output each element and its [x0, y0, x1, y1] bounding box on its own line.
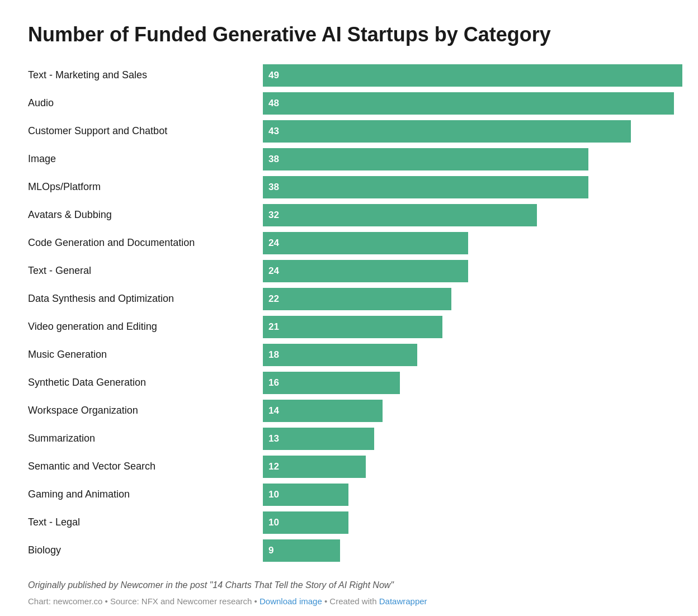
footnote-regular: Chart: newcomer.co • Source: NFX and New… — [28, 595, 670, 608]
datawrapper-link[interactable]: Datawrapper — [379, 596, 427, 606]
bar-label: Video generation and Editing — [28, 320, 263, 333]
bar-value: 22 — [268, 293, 279, 305]
chart-title: Number of Funded Generative AI Startups … — [28, 22, 670, 46]
bar: 18 — [263, 344, 417, 366]
bar: 10 — [263, 511, 348, 534]
bar-value: 10 — [268, 517, 279, 528]
bar-row: Semantic and Vector Search12 — [28, 454, 670, 479]
bar-label: Avatars & Dubbing — [28, 209, 263, 221]
bar: 9 — [263, 539, 340, 562]
bar-label: Text - Marketing and Sales — [28, 69, 263, 82]
bar: 24 — [263, 260, 468, 282]
bar: 13 — [263, 428, 374, 450]
footnote-suffix: • Created with — [322, 596, 379, 606]
bar-row: Synthetic Data Generation16 — [28, 371, 670, 395]
bar: 12 — [263, 456, 366, 478]
bar-label: MLOps/Platform — [28, 181, 263, 193]
bar: 38 — [263, 176, 588, 198]
bar: 24 — [263, 232, 468, 254]
bar: 21 — [263, 316, 442, 338]
bar-row: Customer Support and Chatbot43 — [28, 119, 670, 144]
bar-wrapper: 16 — [263, 372, 670, 394]
footnote-prefix: Chart: newcomer.co • Source: NFX and New… — [28, 596, 260, 606]
bar-chart: Text - Marketing and Sales49Audio48Custo… — [28, 63, 670, 563]
bar-label: Customer Support and Chatbot — [28, 125, 263, 138]
bar-value: 38 — [268, 182, 279, 193]
bar-label: Audio — [28, 97, 263, 110]
bar: 32 — [263, 204, 537, 226]
bar-label: Code Generation and Documentation — [28, 236, 263, 249]
bar-wrapper: 32 — [263, 204, 670, 226]
bar-label: Text - Legal — [28, 516, 263, 529]
bar-value: 18 — [268, 349, 279, 361]
bar: 14 — [263, 400, 383, 422]
bar-wrapper: 22 — [263, 288, 670, 310]
bar-wrapper: 43 — [263, 120, 670, 143]
bar: 48 — [263, 92, 674, 115]
bar-value: 16 — [268, 377, 279, 388]
bar-row: Code Generation and Documentation24 — [28, 231, 670, 255]
bar-row: Gaming and Animation10 — [28, 482, 670, 507]
bar-label: Summarization — [28, 432, 263, 445]
bar-row: Audio48 — [28, 91, 670, 116]
bar-value: 49 — [268, 70, 279, 81]
bar-row: Image38 — [28, 147, 670, 172]
bar-row: MLOps/Platform38 — [28, 175, 670, 200]
bar-label: Synthetic Data Generation — [28, 376, 263, 389]
bar-label: Gaming and Animation — [28, 488, 263, 501]
bar-label: Semantic and Vector Search — [28, 460, 263, 473]
bar-row: Text - General24 — [28, 259, 670, 283]
bar-label: Music Generation — [28, 348, 263, 361]
bar-value: 48 — [268, 98, 279, 109]
bar-row: Workspace Organization14 — [28, 399, 670, 423]
bar-wrapper: 21 — [263, 316, 670, 338]
bar-label: Workspace Organization — [28, 404, 263, 417]
bar: 16 — [263, 372, 400, 394]
bar-value: 24 — [268, 266, 279, 277]
bar: 49 — [263, 64, 682, 87]
bar-wrapper: 24 — [263, 260, 670, 282]
bar-wrapper: 24 — [263, 232, 670, 254]
bar-row: Summarization13 — [28, 427, 670, 451]
bar-label: Text - General — [28, 264, 263, 277]
bar: 43 — [263, 120, 631, 143]
bar-value: 24 — [268, 238, 279, 249]
bar-row: Avatars & Dubbing32 — [28, 203, 670, 228]
bar-wrapper: 10 — [263, 511, 670, 534]
download-image-link[interactable]: Download image — [260, 596, 322, 606]
bar-value: 9 — [268, 545, 273, 556]
bar-wrapper: 13 — [263, 428, 670, 450]
bar-wrapper: 38 — [263, 176, 670, 198]
bar-value: 43 — [268, 126, 279, 137]
bar-row: Text - Marketing and Sales49 — [28, 63, 670, 88]
bar-wrapper: 9 — [263, 539, 670, 562]
bar-value: 21 — [268, 321, 279, 333]
bar-label: Biology — [28, 544, 263, 557]
bar-value: 13 — [268, 433, 279, 444]
bar-wrapper: 10 — [263, 484, 670, 506]
bar-wrapper: 14 — [263, 400, 670, 422]
footnote-italic: Originally published by Newcomer in the … — [28, 579, 670, 592]
bar-wrapper: 49 — [263, 64, 682, 87]
bar: 22 — [263, 288, 451, 310]
bar-value: 38 — [268, 154, 279, 165]
bar-row: Music Generation18 — [28, 343, 670, 367]
bar: 10 — [263, 484, 348, 506]
bar-label: Image — [28, 153, 263, 165]
bar-row: Video generation and Editing21 — [28, 315, 670, 339]
bar-wrapper: 12 — [263, 456, 670, 478]
bar: 38 — [263, 148, 588, 170]
bar-value: 14 — [268, 405, 279, 416]
bar-wrapper: 38 — [263, 148, 670, 170]
bar-label: Data Synthesis and Optimization — [28, 292, 263, 305]
bar-wrapper: 48 — [263, 92, 674, 115]
bar-value: 32 — [268, 210, 279, 221]
bar-row: Biology9 — [28, 538, 670, 563]
bar-wrapper: 18 — [263, 344, 670, 366]
bar-value: 10 — [268, 489, 279, 500]
bar-value: 12 — [268, 461, 279, 472]
bar-row: Data Synthesis and Optimization22 — [28, 287, 670, 311]
bar-row: Text - Legal10 — [28, 510, 670, 535]
